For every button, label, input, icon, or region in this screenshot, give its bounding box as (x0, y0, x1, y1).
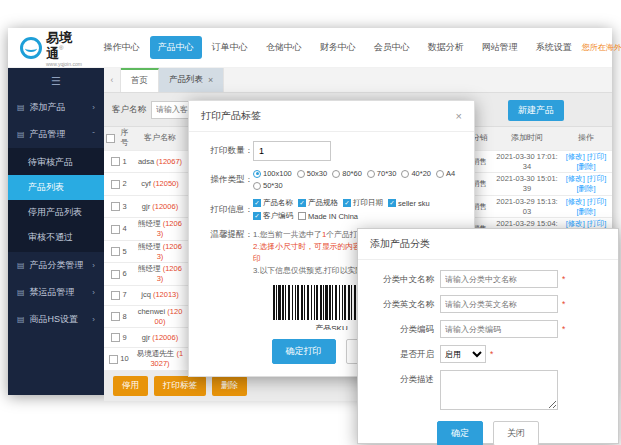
radio-icon[interactable] (253, 170, 261, 178)
row-checkbox[interactable] (111, 270, 120, 279)
row-checkbox[interactable] (111, 202, 120, 211)
sidebar-item-0[interactable]: ▤添加产品› (8, 94, 104, 121)
row-index: 7 (122, 290, 126, 300)
field-input[interactable] (440, 270, 558, 288)
nav-item-8[interactable]: 系统设置 (528, 36, 580, 59)
confirm-print-button[interactable]: 确定打印 (272, 339, 336, 364)
print-modal-close-icon[interactable]: × (456, 111, 462, 122)
checkbox-icon[interactable] (298, 212, 306, 220)
footer-button-1[interactable]: 打印标签 (154, 376, 206, 396)
nav-item-1[interactable]: 产品中心 (150, 36, 202, 59)
row-checkbox[interactable] (111, 180, 120, 189)
op-link-0[interactable]: [修改] (566, 152, 585, 161)
new-product-button[interactable]: 新建产品 (508, 100, 564, 121)
row-checkbox[interactable] (111, 247, 120, 256)
radio-icon[interactable] (367, 170, 375, 178)
nav-item-0[interactable]: 操作中心 (96, 36, 148, 59)
footer-button-2[interactable]: 删除 (212, 376, 247, 396)
nav-item-3[interactable]: 仓储中心 (258, 36, 310, 59)
menu-icon: ▤ (17, 261, 25, 270)
print-type-option-3[interactable]: 70*30 (367, 169, 397, 178)
nav-item-4[interactable]: 财务中心 (312, 36, 364, 59)
row-checkbox[interactable] (111, 312, 120, 321)
row-index: 10 (120, 354, 128, 364)
field-input[interactable] (440, 295, 558, 313)
op-link-2[interactable]: [删除] (576, 162, 595, 171)
sidebar-subitem-1[interactable]: 产品列表 (8, 175, 104, 200)
hamburger-icon[interactable]: ☰ (8, 68, 104, 94)
nav-item-7[interactable]: 网站管理 (474, 36, 526, 59)
radio-icon[interactable] (332, 170, 340, 178)
print-type-option-4[interactable]: 40*20 (401, 169, 431, 178)
menu-icon: ▤ (17, 130, 25, 139)
op-link-0[interactable]: [修改] (566, 174, 585, 183)
category-close-button[interactable]: 关闭 (493, 421, 539, 445)
sidebar-item-1[interactable]: ▤产品管理ˇ (8, 121, 104, 148)
print-info-option-2[interactable]: ✓打印日期 (343, 198, 383, 208)
tab-product-list[interactable]: 产品列表 × (159, 68, 224, 92)
sidebar-subitem-3[interactable]: 审核不通过 (8, 225, 104, 250)
row-index: 9 (122, 333, 126, 343)
customer-id: (12006) (152, 202, 178, 211)
description-textarea[interactable] (440, 370, 558, 410)
sidebar-subitem-0[interactable]: 待审核产品 (8, 150, 104, 175)
print-info-option-4[interactable]: ✓客户编码 (253, 211, 293, 221)
print-info-option-5[interactable]: Made IN China (298, 211, 358, 221)
tab-close-icon[interactable]: × (208, 75, 213, 85)
print-qty-input[interactable] (253, 141, 331, 161)
checkbox-icon[interactable]: ✓ (343, 199, 351, 207)
radio-icon[interactable] (253, 182, 261, 190)
print-type-option-0[interactable]: 100x100 (253, 169, 292, 178)
status-select[interactable]: 启用 (440, 345, 486, 363)
op-link-2[interactable]: [删除] (576, 207, 595, 216)
tab-home[interactable]: 首页 (121, 68, 159, 92)
print-type-option-1[interactable]: 50x30 (297, 169, 327, 178)
sidebar-subitem-2[interactable]: 停用产品列表 (8, 200, 104, 225)
required-asterisk: * (562, 295, 565, 313)
checkbox-icon[interactable]: ✓ (253, 199, 261, 207)
checkbox-icon[interactable]: ✓ (253, 212, 261, 220)
nav-item-5[interactable]: 会员中心 (366, 36, 418, 59)
menu-icon: ▤ (17, 315, 25, 324)
op-link-1[interactable]: [打印] (587, 219, 606, 228)
sidebar-item-3[interactable]: ▤禁运品管理› (8, 279, 104, 306)
required-asterisk: * (562, 270, 565, 288)
row-index-cell: 9 (104, 332, 134, 344)
checkbox-icon[interactable]: ✓ (388, 199, 396, 207)
radio-icon[interactable] (401, 170, 409, 178)
print-info-option-1[interactable]: ✓产品规格 (298, 198, 338, 208)
sidebar-item-2[interactable]: ▤产品分类管理› (8, 252, 104, 279)
footer-button-0[interactable]: 停用 (113, 376, 148, 396)
op-link-0[interactable]: [修改] (566, 219, 585, 228)
row-checkbox[interactable] (111, 333, 120, 342)
chevron-right-icon: › (92, 261, 95, 270)
customer-cell: 熊经理 (12063) (134, 263, 186, 285)
op-link-0[interactable]: [修改] (566, 197, 585, 206)
tab-scroll-left-icon[interactable]: ‹ (104, 68, 121, 92)
op-link-1[interactable]: [打印] (587, 152, 606, 161)
customer-name: 熊经理 (138, 242, 163, 251)
print-info-option-3[interactable]: ✓seller sku (388, 198, 430, 208)
print-type-option-6[interactable]: 50*30 (253, 181, 283, 190)
sidebar-item-4[interactable]: ▤商品HS设置› (8, 306, 104, 333)
nav-item-6[interactable]: 数据分析 (420, 36, 472, 59)
category-confirm-button[interactable]: 确定 (437, 421, 483, 445)
row-checkbox[interactable] (111, 225, 120, 234)
row-checkbox[interactable] (111, 291, 120, 300)
checkbox-icon[interactable]: ✓ (298, 199, 306, 207)
field-label: 分类描述 (368, 370, 434, 388)
op-link-1[interactable]: [打印] (587, 174, 606, 183)
row-index: 3 (122, 202, 126, 212)
print-type-option-5[interactable]: A4 (436, 169, 455, 178)
radio-icon[interactable] (297, 170, 305, 178)
nav-item-2[interactable]: 订单中心 (204, 36, 256, 59)
row-checkbox[interactable] (109, 355, 118, 364)
field-input[interactable] (440, 320, 558, 338)
radio-icon[interactable] (436, 170, 444, 178)
op-link-1[interactable]: [打印] (587, 197, 606, 206)
print-info-option-0[interactable]: ✓产品名称 (253, 198, 293, 208)
print-type-option-2[interactable]: 80*60 (332, 169, 362, 178)
row-checkbox[interactable] (111, 157, 120, 166)
op-link-2[interactable]: [删除] (576, 184, 595, 193)
select-all-checkbox[interactable] (106, 134, 115, 143)
